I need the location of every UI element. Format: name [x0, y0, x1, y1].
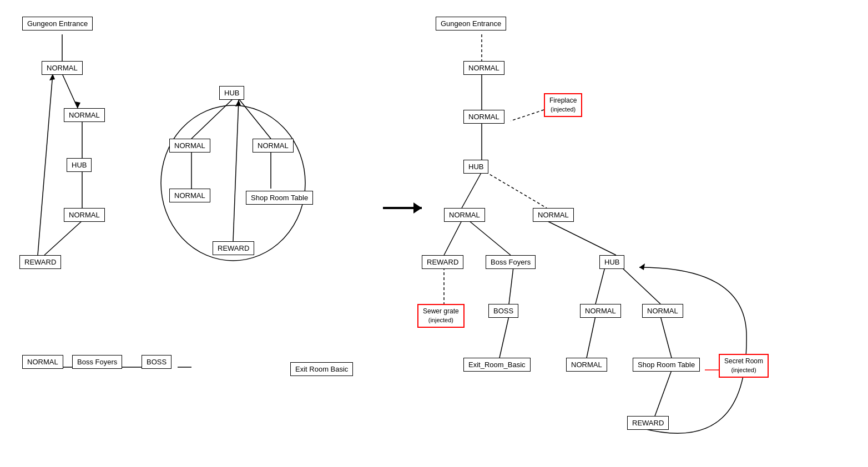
node-shop-room-table-mid: Shop Room Table [246, 191, 313, 205]
node-normal-r2: NORMAL [463, 110, 504, 124]
node-reward-mid: REWARD [213, 241, 254, 255]
svg-line-5 [44, 221, 82, 255]
svg-line-27 [444, 221, 462, 255]
svg-line-23 [511, 110, 544, 121]
node-hub-r2: HUB [599, 255, 624, 269]
svg-line-26 [486, 172, 547, 208]
svg-marker-15 [235, 100, 241, 106]
node-normal-3-left: NORMAL [64, 208, 105, 222]
svg-line-14 [233, 100, 239, 241]
node-hub-r1: HUB [463, 160, 488, 174]
node-normal-2-left: NORMAL [64, 108, 105, 122]
node-normal-r5: NORMAL [580, 304, 621, 318]
svg-line-36 [660, 316, 672, 358]
node-sewer-grate-injected: Sewer grate(injected) [417, 304, 465, 328]
node-shop-room-table-r: Shop Room Table [633, 358, 700, 372]
svg-marker-39 [639, 263, 645, 270]
svg-line-32 [596, 267, 605, 304]
svg-line-31 [509, 267, 513, 304]
node-hub-middle: HUB [219, 86, 244, 100]
svg-line-25 [462, 172, 482, 208]
node-reward-r2: REWARD [627, 416, 669, 430]
node-normal-1-left: NORMAL [42, 61, 83, 75]
node-reward-r1: REWARD [422, 255, 463, 269]
svg-marker-20 [413, 202, 422, 214]
node-normal-bottom: NORMAL [22, 355, 63, 369]
node-normal-mid-3: NORMAL [169, 189, 210, 202]
svg-line-34 [499, 316, 509, 358]
svg-line-33 [622, 267, 660, 304]
node-gungeon-entrance-left: Gungeon Entrance [22, 17, 93, 31]
svg-line-29 [547, 221, 616, 255]
node-reward-left: REWARD [19, 255, 61, 269]
node-normal-mid-2: NORMAL [253, 139, 294, 153]
node-boss-r: BOSS [488, 304, 518, 318]
node-exit-room-basic-bottom: Exit Room Basic [290, 362, 353, 376]
node-fireplace-injected: Fireplace(injected) [544, 93, 582, 117]
svg-line-28 [469, 221, 511, 255]
svg-line-1 [62, 74, 78, 108]
svg-line-38 [655, 370, 672, 416]
node-normal-r7: NORMAL [566, 358, 607, 372]
svg-line-35 [587, 316, 596, 358]
svg-point-8 [161, 105, 305, 261]
node-boss-bottom: BOSS [142, 355, 171, 369]
node-gungeon-entrance-right: Gungeon Entrance [436, 17, 506, 31]
node-normal-r1: NORMAL [463, 61, 504, 75]
node-secret-room-injected: Secret Room(injected) [719, 354, 769, 378]
svg-line-9 [191, 99, 233, 139]
node-boss-foyers-r: Boss Foyers [486, 255, 536, 269]
node-hub-left: HUB [67, 158, 92, 172]
node-normal-r6: NORMAL [642, 304, 683, 318]
svg-line-6 [38, 74, 53, 255]
svg-marker-2 [75, 101, 80, 108]
svg-line-10 [239, 99, 271, 139]
node-normal-mid-1: NORMAL [169, 139, 210, 153]
node-exit-room-basic-r: Exit_Room_Basic [463, 358, 531, 372]
node-normal-r4: NORMAL [533, 208, 574, 222]
node-normal-r3: NORMAL [444, 208, 485, 222]
node-boss-foyers-bottom: Boss Foyers [72, 355, 122, 369]
diagram-container: Gungeon Entrance NORMAL NORMAL HUB NORMA… [0, 0, 868, 467]
